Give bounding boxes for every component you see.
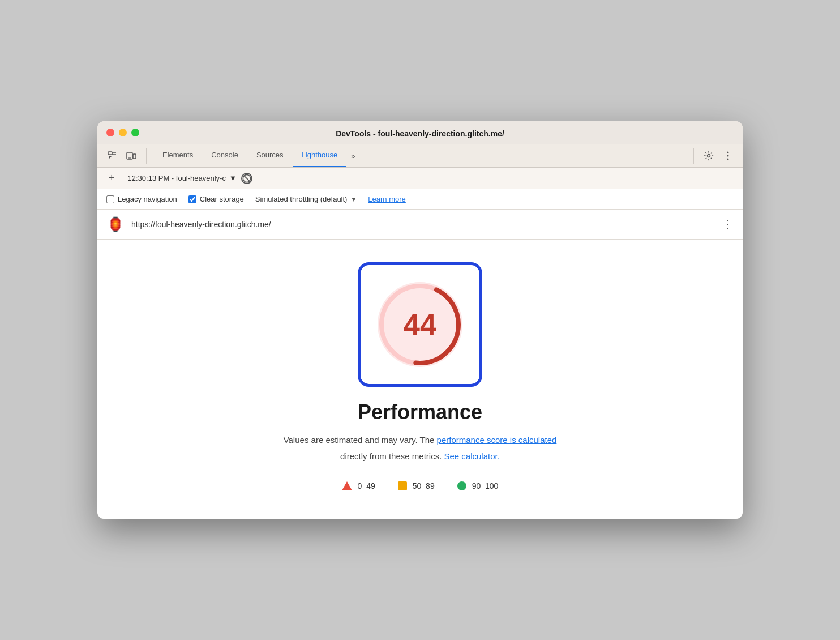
score-circle: 44 bbox=[378, 282, 462, 367]
score-description-line2: directly from these metrics. See calcula… bbox=[340, 451, 500, 461]
devtools-icon-group bbox=[104, 148, 147, 164]
legend-green-range: 90–100 bbox=[472, 481, 499, 490]
toolbar-divider bbox=[123, 173, 123, 184]
main-content: 44 Performance Values are estimated and … bbox=[97, 240, 743, 519]
tabs: Elements Console Sources Lighthouse » bbox=[153, 144, 693, 167]
tab-more[interactable]: » bbox=[346, 144, 359, 167]
legacy-navigation-checkbox[interactable] bbox=[106, 195, 114, 203]
clear-storage-group: Clear storage bbox=[188, 195, 244, 203]
close-button[interactable] bbox=[106, 129, 114, 136]
tab-bar-right bbox=[693, 148, 736, 164]
lighthouse-site-icon: 🏮 bbox=[106, 215, 125, 233]
inspect-icon[interactable] bbox=[104, 148, 120, 164]
orange-square-icon bbox=[398, 481, 407, 490]
svg-point-9 bbox=[727, 159, 729, 160]
title-bar: DevTools - foul-heavenly-direction.glitc… bbox=[97, 121, 743, 144]
traffic-lights bbox=[106, 129, 139, 136]
url-bar: 🏮 https://foul-heavenly-direction.glitch… bbox=[97, 210, 743, 240]
legacy-navigation-label[interactable]: Legacy navigation bbox=[118, 195, 177, 203]
svg-point-6 bbox=[708, 155, 710, 157]
legend: 0–49 50–89 90–100 bbox=[342, 481, 499, 490]
options-bar: Legacy navigation Clear storage Simulate… bbox=[97, 189, 743, 210]
site-url: https://foul-heavenly-direction.glitch.m… bbox=[131, 220, 716, 229]
score-description: Values are estimated and may vary. The p… bbox=[284, 433, 557, 447]
toolbar-url-display: 12:30:13 PM - foul-heavenly-c ▼ bbox=[128, 174, 237, 182]
svg-rect-4 bbox=[133, 154, 136, 159]
legend-orange-range: 50–89 bbox=[413, 481, 435, 490]
add-button[interactable]: + bbox=[105, 171, 118, 185]
legend-item-orange: 50–89 bbox=[398, 481, 435, 490]
svg-rect-0 bbox=[108, 152, 112, 155]
svg-point-8 bbox=[727, 155, 729, 157]
description-start: Values are estimated and may vary. The bbox=[284, 435, 437, 445]
score-value: 44 bbox=[404, 308, 436, 342]
performance-score-link[interactable]: performance score is calculated bbox=[437, 435, 557, 445]
red-triangle-icon bbox=[342, 481, 352, 490]
block-requests-icon[interactable] bbox=[241, 173, 252, 184]
legend-item-red: 0–49 bbox=[342, 481, 375, 490]
learn-more-link[interactable]: Learn more bbox=[368, 195, 405, 203]
window-title: DevTools - foul-heavenly-direction.glitc… bbox=[336, 129, 504, 138]
tab-bar: Elements Console Sources Lighthouse » bbox=[97, 144, 743, 168]
clear-storage-label[interactable]: Clear storage bbox=[200, 195, 244, 203]
dropdown-icon[interactable]: ▼ bbox=[229, 174, 237, 182]
performance-label: Performance bbox=[358, 400, 482, 424]
score-card: 44 bbox=[358, 262, 482, 387]
score-container: 44 bbox=[358, 262, 482, 387]
throttling-dropdown-arrow[interactable]: ▼ bbox=[350, 196, 357, 203]
legend-item-green: 90–100 bbox=[457, 481, 499, 490]
devtools-window: DevTools - foul-heavenly-direction.glitc… bbox=[97, 121, 743, 519]
timestamp-label: 12:30:13 PM - foul-heavenly-c bbox=[128, 174, 226, 182]
minimize-button[interactable] bbox=[119, 129, 127, 136]
toolbar: + 12:30:13 PM - foul-heavenly-c ▼ bbox=[97, 168, 743, 189]
throttling-label: Simulated throttling (default) bbox=[255, 195, 348, 203]
description-mid: directly from these metrics. bbox=[340, 451, 444, 461]
settings-icon[interactable] bbox=[701, 148, 717, 164]
tab-elements[interactable]: Elements bbox=[153, 144, 202, 167]
clear-storage-checkbox[interactable] bbox=[188, 195, 196, 203]
legacy-navigation-group: Legacy navigation bbox=[106, 195, 177, 203]
url-more-options-icon[interactable]: ⋮ bbox=[723, 218, 734, 231]
maximize-button[interactable] bbox=[131, 129, 139, 136]
legend-red-range: 0–49 bbox=[358, 481, 375, 490]
tab-console[interactable]: Console bbox=[202, 144, 247, 167]
calculator-link[interactable]: See calculator. bbox=[444, 451, 499, 461]
throttling-group: Simulated throttling (default) ▼ bbox=[255, 195, 357, 203]
svg-point-7 bbox=[727, 152, 729, 153]
svg-line-11 bbox=[243, 175, 250, 181]
green-circle-icon bbox=[457, 481, 466, 490]
more-options-icon[interactable] bbox=[720, 148, 736, 164]
tab-lighthouse[interactable]: Lighthouse bbox=[293, 144, 347, 167]
device-toggle-icon[interactable] bbox=[123, 148, 139, 164]
tab-sources[interactable]: Sources bbox=[247, 144, 293, 167]
